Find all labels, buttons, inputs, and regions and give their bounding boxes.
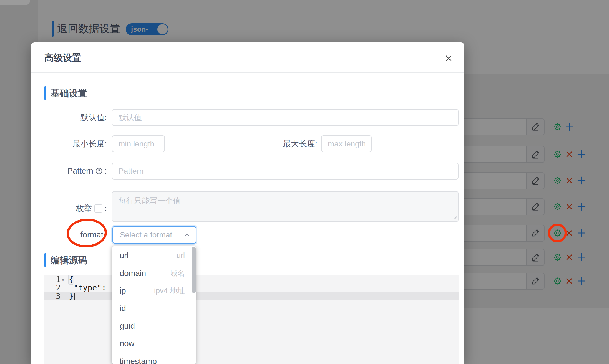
dropdown-option-domain[interactable]: domain域名	[112, 264, 196, 282]
editor-line[interactable]: 3}	[44, 292, 459, 300]
code-text: }	[69, 292, 75, 300]
dropdown-option-now[interactable]: now	[112, 335, 196, 352]
format-dropdown: urlurldomain域名ipipv4 地址idguidnowtimestam…	[112, 246, 196, 364]
close-icon[interactable]	[444, 54, 453, 62]
option-label: now	[120, 339, 134, 348]
enum-label-text: 枚举	[76, 203, 92, 214]
min-length-input[interactable]	[112, 135, 165, 152]
option-label: timestamp	[120, 357, 157, 364]
max-length-input[interactable]	[321, 135, 372, 152]
editor-line[interactable]: 2 "type": "	[44, 284, 459, 292]
enum-checkbox[interactable]	[94, 204, 102, 213]
pattern-label: Pattern :	[31, 163, 107, 180]
text-cursor	[119, 230, 119, 240]
option-label: guid	[120, 322, 135, 331]
chevron-up-icon	[184, 232, 190, 238]
section-title-source: 编辑源码	[51, 253, 87, 267]
pattern-input[interactable]	[112, 163, 459, 180]
dropdown-option-id[interactable]: id	[112, 300, 196, 317]
line-number: 1	[56, 275, 61, 284]
pattern-label-text: Pattern	[67, 166, 93, 176]
dropdown-scrollbar[interactable]	[192, 247, 196, 293]
default-value-input[interactable]	[112, 109, 459, 126]
format-label-colon: :	[105, 230, 108, 239]
dropdown-option-timestamp[interactable]: timestamp	[112, 352, 196, 364]
option-label: ip	[120, 286, 126, 295]
advanced-settings-modal: 高级设置 基础设置 默认值: 最小长度: 最大长度: Pattern : 枚举 …	[31, 42, 464, 364]
default-value-label: 默认值:	[31, 109, 107, 126]
option-hint: url	[177, 251, 185, 260]
enum-textarea[interactable]	[112, 191, 459, 222]
option-hint: 域名	[170, 268, 185, 278]
option-hint: ipv4 地址	[154, 286, 185, 296]
editor-line[interactable]: 1▾{	[44, 275, 459, 284]
format-select-placeholder: Select a format	[120, 231, 184, 239]
code-text: {	[69, 275, 74, 284]
option-label: url	[120, 251, 129, 260]
modal-title: 高级设置	[44, 42, 81, 73]
format-select[interactable]: Select a format	[112, 226, 196, 244]
line-number: 3	[56, 292, 61, 300]
modal-header: 高级设置	[31, 42, 464, 73]
code-text: "type": "	[69, 284, 116, 292]
editor-gutter: 1▾	[44, 275, 69, 284]
resize-handle-icon[interactable]	[452, 214, 457, 221]
dropdown-option-guid[interactable]: guid	[112, 317, 196, 335]
max-length-label: 最大长度:	[251, 135, 317, 152]
option-label: domain	[120, 269, 146, 278]
line-number: 2	[56, 284, 61, 292]
format-label-text: format	[80, 230, 103, 239]
enum-label-colon: :	[105, 204, 107, 213]
code-editor[interactable]: 1▾{2 "type": "3}	[44, 275, 459, 364]
pattern-label-colon: :	[105, 166, 107, 176]
dropdown-option-url[interactable]: urlurl	[112, 247, 196, 264]
option-label: id	[120, 304, 126, 313]
editor-caret	[74, 293, 75, 300]
section-accent-bar	[44, 253, 46, 267]
window-corner-patch	[0, 0, 30, 5]
min-length-label: 最小长度:	[31, 135, 107, 152]
section-title-basic: 基础设置	[51, 86, 87, 100]
format-label: format :	[31, 226, 108, 244]
fold-arrow-icon[interactable]: ▾	[62, 275, 64, 284]
editor-gutter: 3	[44, 292, 69, 300]
enum-textarea-wrap	[112, 191, 459, 222]
section-accent-bar	[44, 86, 46, 100]
enum-label: 枚举 :	[31, 200, 107, 217]
dropdown-option-ip[interactable]: ipipv4 地址	[112, 282, 196, 300]
editor-gutter: 2	[44, 284, 69, 292]
help-question-icon[interactable]	[95, 168, 102, 175]
